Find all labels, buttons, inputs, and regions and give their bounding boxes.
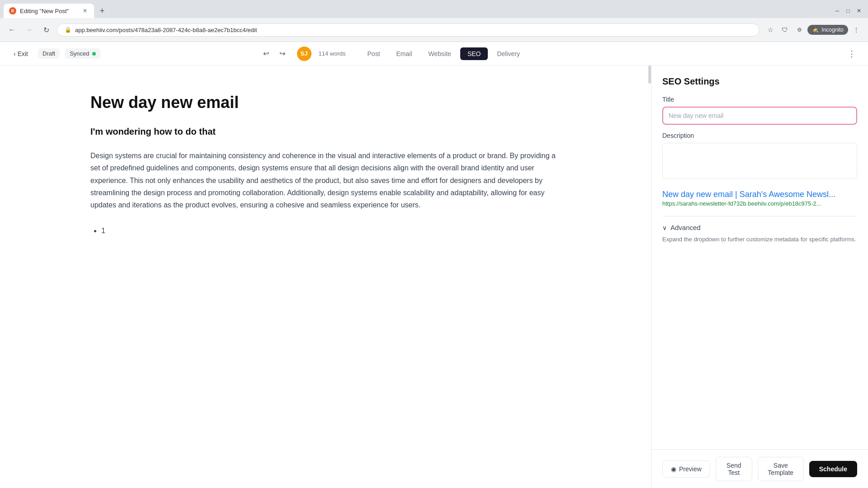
seo-panel: SEO Settings Title Description New day n… bbox=[651, 66, 868, 488]
editor-list: 1 bbox=[90, 224, 561, 238]
chevron-down-icon: ∨ bbox=[662, 224, 667, 231]
tab-post[interactable]: Post bbox=[360, 47, 387, 60]
exit-button[interactable]: ‹ Exit bbox=[9, 47, 33, 60]
word-count: 114 words bbox=[319, 50, 346, 57]
preview-link-url: https://sarahs-newsletter-fd732b.beehiiv… bbox=[662, 200, 857, 207]
undo-button[interactable]: ↩ bbox=[259, 47, 274, 61]
title-field-label: Title bbox=[662, 96, 857, 103]
send-test-label: Send Test bbox=[726, 462, 741, 476]
tab-favicon: B bbox=[9, 7, 16, 14]
schedule-button[interactable]: Schedule bbox=[809, 461, 857, 477]
active-tab[interactable]: B Editing "New Post" ✕ bbox=[4, 4, 94, 18]
incognito-label: Incognito bbox=[821, 27, 844, 33]
advanced-header[interactable]: ∨ Advanced bbox=[662, 224, 857, 231]
draft-badge[interactable]: Draft bbox=[38, 48, 60, 59]
synced-badge[interactable]: Synced bbox=[65, 48, 100, 59]
draft-label: Draft bbox=[42, 50, 55, 57]
schedule-label: Schedule bbox=[819, 465, 847, 473]
back-arrow-icon: ‹ bbox=[14, 50, 16, 57]
tab-seo[interactable]: SEO bbox=[460, 47, 488, 60]
seo-footer: ◉ Preview Send Test Save Template Schedu… bbox=[651, 449, 868, 488]
save-template-label: Save Template bbox=[768, 462, 793, 476]
scrollbar[interactable] bbox=[648, 66, 651, 488]
seo-preview: New day new email | Sarah's Awesome News… bbox=[662, 190, 857, 207]
editor-subtitle: I'm wondering how to do that bbox=[90, 127, 561, 137]
minimize-icon[interactable]: ─ bbox=[834, 7, 841, 14]
description-field-label: Description bbox=[662, 132, 857, 139]
reload-button[interactable]: ↻ bbox=[40, 23, 52, 36]
forward-button[interactable]: → bbox=[23, 23, 35, 36]
synced-label: Synced bbox=[70, 50, 89, 57]
extensions-icon[interactable]: ⚙ bbox=[793, 23, 806, 36]
more-options-button[interactable]: ⋮ bbox=[844, 47, 859, 61]
redo-button[interactable]: ↪ bbox=[275, 47, 290, 61]
url-text: app.beehiiv.com/posts/478a23a8-2087-424c… bbox=[75, 27, 257, 33]
preview-label: Preview bbox=[679, 465, 702, 473]
preview-icon: ◉ bbox=[671, 465, 676, 473]
preview-button[interactable]: ◉ Preview bbox=[662, 460, 710, 478]
scroll-thumb bbox=[648, 66, 651, 84]
synced-dot bbox=[92, 52, 96, 56]
back-button[interactable]: ← bbox=[5, 23, 18, 36]
tab-delivery[interactable]: Delivery bbox=[490, 47, 527, 60]
editor-title: New day new email bbox=[90, 93, 561, 112]
maximize-icon[interactable]: □ bbox=[844, 7, 852, 14]
advanced-label: Advanced bbox=[670, 224, 701, 231]
seo-title-input[interactable] bbox=[662, 107, 857, 125]
advanced-description: Expand the dropdown to further customize… bbox=[662, 235, 857, 244]
preview-link-title[interactable]: New day new email | Sarah's Awesome News… bbox=[662, 190, 857, 199]
seo-panel-title: SEO Settings bbox=[662, 76, 857, 87]
incognito-icon: 🕵 bbox=[812, 27, 819, 33]
send-test-button[interactable]: Send Test bbox=[716, 457, 752, 481]
more-options-icon[interactable]: ⋮ bbox=[850, 23, 863, 36]
lock-icon: 🔒 bbox=[65, 27, 71, 33]
incognito-button[interactable]: 🕵 Incognito bbox=[807, 25, 848, 35]
url-bar[interactable]: 🔒 app.beehiiv.com/posts/478a23a8-2087-42… bbox=[57, 23, 760, 37]
tab-website[interactable]: Website bbox=[421, 47, 458, 60]
save-template-button[interactable]: Save Template bbox=[758, 457, 804, 481]
shield-icon[interactable]: 🛡 bbox=[778, 23, 791, 36]
new-tab-button[interactable]: + bbox=[96, 5, 108, 17]
editor-body: Design systems are crucial for maintaini… bbox=[90, 150, 561, 211]
close-icon[interactable]: ✕ bbox=[81, 7, 89, 14]
window-close-icon[interactable]: ✕ bbox=[855, 7, 863, 14]
seo-description-input[interactable] bbox=[662, 143, 857, 179]
bookmark-icon[interactable]: ☆ bbox=[764, 23, 777, 36]
list-item: 1 bbox=[101, 224, 561, 238]
tab-title: Editing "New Post" bbox=[20, 8, 69, 14]
editor-area[interactable]: New day new email I'm wondering how to d… bbox=[0, 66, 651, 265]
avatar: SJ bbox=[297, 47, 311, 61]
exit-label: Exit bbox=[18, 50, 28, 57]
tab-email[interactable]: Email bbox=[389, 47, 420, 60]
